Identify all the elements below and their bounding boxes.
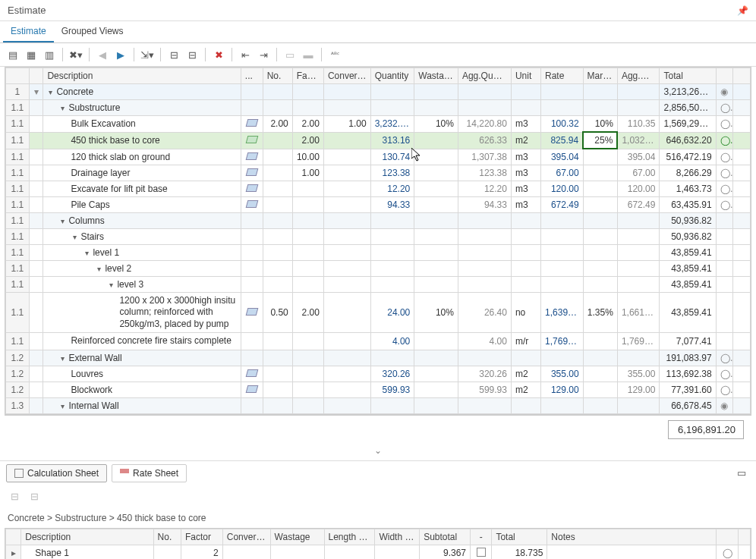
delete-icon[interactable]: ✖ [210,46,227,63]
table-row[interactable]: 1▾▾Concrete3,213,265.85◉ [6,84,751,100]
cell-no[interactable] [263,366,292,382]
bcol-notes[interactable]: Notes [547,529,717,545]
col-wastage[interactable]: Wastage [414,68,458,84]
cell-wastage[interactable] [414,333,458,350]
cell-wastage[interactable] [414,165,458,181]
insert-row-icon[interactable]: ⊟ [165,46,182,63]
cell-unit[interactable]: no [511,292,540,333]
cell-quantity[interactable]: 320.26 [370,366,414,382]
cell-description[interactable]: Bulk Excavation [43,116,241,133]
cell-rate[interactable] [541,244,584,260]
cell-markup[interactable] [583,212,617,228]
table-row[interactable]: 1.3▾Internal Wall66,678.45◉ [6,397,751,413]
visibility-icon[interactable]: ◯ [716,132,733,149]
cell-conversion[interactable] [323,181,370,196]
group-toggle[interactable] [29,116,43,133]
cell-quantity[interactable] [370,228,414,244]
cell-description[interactable]: ▾Internal Wall [43,397,241,413]
cell-markup[interactable] [583,244,617,260]
bcol-no[interactable]: No. [153,529,181,545]
cell-unit[interactable]: m2 [511,132,540,149]
col-conversion[interactable]: Conversion [323,68,370,84]
visibility-icon[interactable] [716,260,733,276]
cell-wastage[interactable] [414,350,458,366]
tab-calculation-sheet[interactable]: Calculation Sheet [6,464,107,482]
cell-description[interactable]: ▾level 1 [43,244,241,260]
table-row[interactable]: 1.11200 x 200 x 3000high insitu column; … [6,292,751,333]
visibility-icon[interactable]: ◯ [716,196,733,212]
cell-factor[interactable] [292,100,323,116]
col-icon[interactable]: ... [241,68,263,84]
cell-description[interactable]: ▾level 2 [43,260,241,276]
bcell-wastage[interactable] [270,545,324,559]
cell-conversion[interactable] [323,333,370,350]
visibility-icon[interactable] [716,333,733,350]
cell-rate[interactable]: 1,639.21 [541,292,584,333]
cell-description[interactable]: ▾Columns [43,212,241,228]
bcell-length[interactable] [324,545,375,559]
cell-no[interactable] [263,212,292,228]
cell-factor[interactable] [292,276,323,292]
tab-grouped-views[interactable]: Grouped Views [54,21,131,42]
mini-insert-icon[interactable]: ⊟ [6,488,23,505]
cell-conversion[interactable] [323,212,370,228]
cell-wastage[interactable] [414,397,458,413]
cell-rate[interactable]: 395.04 [541,149,584,165]
cell-description[interactable]: 450 thick base to core [43,132,241,149]
cell-wastage[interactable] [414,228,458,244]
cell-no[interactable] [263,276,292,292]
cell-markup[interactable]: 1.35% [583,292,617,333]
visibility-icon[interactable]: ◉ [716,84,733,100]
group-toggle[interactable] [29,276,43,292]
table-row[interactable]: 1.2Blockwork599.93599.93m2129.00129.0077… [6,382,751,397]
cell-markup[interactable] [583,276,617,292]
cell-no[interactable] [263,149,292,165]
cell-no[interactable] [263,350,292,366]
cell-quantity[interactable] [370,100,414,116]
cell-no[interactable] [263,333,292,350]
cell-factor[interactable] [292,181,323,196]
table-row[interactable]: 1.1450 thick base to core2.00313.16626.3… [6,132,751,149]
col-rate[interactable]: Rate [541,68,584,84]
cell-factor[interactable] [292,196,323,212]
table-row[interactable]: 1.1Bulk Excavation2.002.001.003,232.0010… [6,116,751,133]
cell-wastage[interactable]: 10% [414,116,458,133]
visibility-icon[interactable]: ◉ [716,397,733,413]
visibility-icon[interactable] [716,212,733,228]
cell-unit[interactable] [511,100,540,116]
cell-markup[interactable] [583,382,617,397]
table-row[interactable]: 1.1120 thick slab on ground10.00130.741,… [6,149,751,165]
cell-markup[interactable] [583,397,617,413]
cell-unit[interactable]: m2 [511,366,540,382]
cell-unit[interactable]: m3 [511,196,540,212]
cell-factor[interactable] [292,84,323,100]
cell-unit[interactable] [511,276,540,292]
cell-conversion[interactable] [323,196,370,212]
cell-unit[interactable] [511,84,540,100]
cell-no[interactable] [263,397,292,413]
cell-markup[interactable] [583,228,617,244]
table-row[interactable]: 1.1▾Columns50,936.82 [6,212,751,228]
cell-no[interactable] [263,228,292,244]
cell-markup[interactable] [583,165,617,181]
cell-unit[interactable]: m3 [511,149,540,165]
cell-description[interactable]: Louvres [43,366,241,382]
visibility-icon[interactable]: ◯ [716,149,733,165]
cell-rate[interactable]: 1,769.35 [541,333,584,350]
table-row[interactable]: 1.1▾level 343,859.41 [6,276,751,292]
cell-conversion[interactable] [323,366,370,382]
tab-rate-sheet[interactable]: Rate Sheet [112,464,187,482]
view-list-icon[interactable]: ▤ [5,46,21,63]
bcol-total[interactable]: Total [492,529,547,545]
visibility-icon[interactable]: ◯ [716,165,733,181]
bcol-dash[interactable]: - [471,529,492,545]
group-toggle[interactable] [29,382,43,397]
cell-rate[interactable] [541,260,584,276]
cell-rate[interactable] [541,276,584,292]
cell-factor[interactable] [292,212,323,228]
bcol-width[interactable]: Width (m) [375,529,420,545]
tools-icon[interactable]: ✖▾ [68,46,84,63]
cell-no[interactable]: 0.50 [263,292,292,333]
cell-markup[interactable] [583,196,617,212]
cell-conversion[interactable] [323,260,370,276]
